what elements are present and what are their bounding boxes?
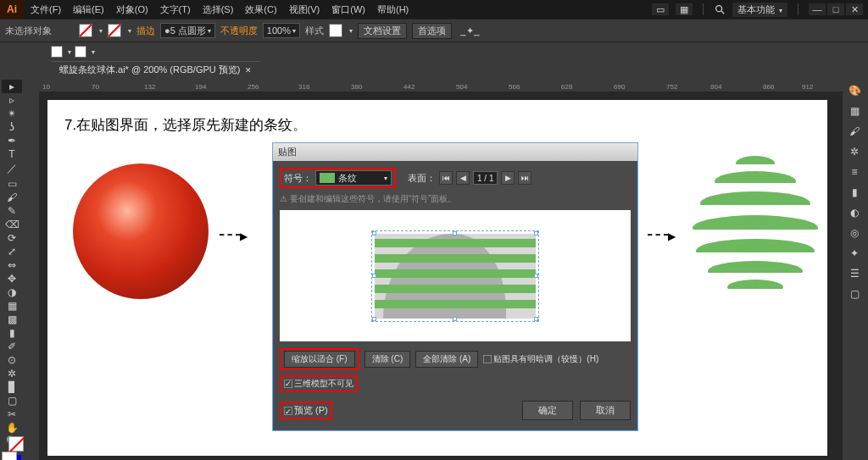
symbol-spray-tool-icon[interactable]: ✲ [2,367,22,380]
menu-object[interactable]: 对象(O) [116,3,148,16]
document-tab[interactable]: 螺旋条纹球体.ai* @ 200% (RGB/GPU 预览) ✕ [51,61,260,78]
symbol-selector-highlight: 符号： 条纹 ▾ [280,168,396,188]
minimize-icon[interactable]: — [809,3,826,15]
surface-page-field[interactable]: 1 / 1 [473,171,498,185]
perspective-tool-icon[interactable]: ▦ [2,299,22,313]
panel-symbols-icon[interactable]: ✲ [844,142,865,161]
panel-gradient-icon[interactable]: ▮ [844,183,865,202]
shade-checkbox[interactable]: 贴图具有明暗调（较慢）(H) [483,353,598,365]
graph-tool-icon[interactable]: ▊ [2,380,22,394]
menu-file[interactable]: 文件(F) [31,3,61,16]
stroke-label[interactable]: 描边 [136,25,155,37]
selection-tool-icon[interactable]: ▸ [2,80,22,93]
cancel-button[interactable]: 取消 [580,401,631,420]
canvas[interactable]: 7.在贴图界面，选择原先新建的条纹。 - - - - - - 贴图 [39,91,843,460]
artboard-tool-icon[interactable]: ▢ [2,394,22,407]
surface-last-icon[interactable]: ⏭ [518,171,531,185]
menu-type[interactable]: 文字(T) [160,3,191,16]
cb-fill-swatch[interactable] [51,46,63,58]
workspace-switcher[interactable]: 基本功能 ▾ [732,3,787,17]
menu-effect[interactable]: 效果(C) [245,3,276,16]
stroke-color-swatch[interactable] [8,436,24,452]
menu-select[interactable]: 选择(S) [203,3,234,16]
panel-layers-icon[interactable]: ☰ [844,264,865,283]
symbol-dropdown-icon[interactable]: ▾ [384,175,387,182]
shape-builder-tool-icon[interactable]: ◑ [2,285,22,299]
rectangle-tool-icon[interactable]: ▭ [2,177,22,191]
menu-edit[interactable]: 编辑(E) [73,3,104,16]
panel-color-icon[interactable]: 🎨 [844,81,865,100]
panel-stroke-icon[interactable]: ≡ [844,163,865,181]
eraser-tool-icon[interactable]: ⌫ [2,218,22,231]
menu-window[interactable]: 窗口(W) [331,3,365,16]
opacity-label[interactable]: 不透明度 [220,25,258,37]
symbol-label: 符号： [284,172,312,185]
panel-dock-right: 🎨 ▦ 🖌 ✲ ≡ ▮ ◐ ◎ ✦ ☰ ▢ [843,78,868,460]
cb-stroke-swatch[interactable] [75,46,86,58]
scale-tool-icon[interactable]: ⤢ [2,245,22,258]
clear-button[interactable]: 清除 (C) [364,351,411,368]
panel-graphic-styles-icon[interactable]: ✦ [844,244,865,263]
prefs-button[interactable]: 首选项 [412,23,452,39]
direct-select-tool-icon[interactable]: ▹ [2,93,22,107]
close-icon[interactable]: ✕ [846,3,863,15]
no-selection-label: 未选择对象 [5,25,52,37]
fill-dropdown-icon[interactable]: ▾ [99,27,103,35]
search-icon[interactable] [714,3,726,15]
pen-tool-icon[interactable]: ✒ [2,134,22,147]
slice-tool-icon[interactable]: ✂ [2,407,22,421]
free-transform-tool-icon[interactable]: ✥ [2,272,22,285]
line-tool-icon[interactable]: ／ [2,161,22,177]
red-sphere-art [73,163,209,299]
lasso-tool-icon[interactable]: ʖ [2,120,22,134]
mapped-art[interactable] [375,234,536,319]
menu-view[interactable]: 视图(V) [289,3,320,16]
pencil-tool-icon[interactable]: ✎ [2,204,22,218]
surface-label: 表面： [408,172,436,185]
tab-close-icon[interactable]: ✕ [245,66,252,75]
panel-appearance-icon[interactable]: ◎ [844,224,865,242]
maximize-icon[interactable]: □ [827,3,844,15]
fill-swatch[interactable] [79,24,92,37]
type-tool-icon[interactable]: T [2,147,22,161]
surface-first-icon[interactable]: ⏮ [439,171,453,185]
arrange-icon[interactable]: ▦ [676,3,693,15]
clear-all-button[interactable]: 全部清除 (A) [415,351,478,368]
map-preview[interactable] [280,210,631,341]
surface-prev-icon[interactable]: ◀ [456,171,470,185]
panel-brushes-icon[interactable]: 🖌 [844,122,865,141]
hand-tool-icon[interactable]: ✋ [2,421,22,435]
menu-help[interactable]: 帮助(H) [377,3,409,16]
layout-icon[interactable]: ▭ [652,3,669,15]
blend-tool-icon[interactable]: ⊙ [2,353,22,367]
document-tab-bar: 螺旋条纹球体.ai* @ 200% (RGB/GPU 预览) ✕ [0,61,868,78]
brush-tool-icon[interactable]: 🖌 [2,191,22,204]
panel-transparency-icon[interactable]: ◐ [844,203,865,222]
invisible-checkbox[interactable]: 三维模型不可见 [284,378,353,390]
arrow-1: - - - [219,223,248,245]
panel-swatches-icon[interactable]: ▦ [844,102,865,120]
magic-wand-tool-icon[interactable]: ✴ [2,107,22,120]
gradient-tool-icon[interactable]: ▮ [2,326,22,340]
doc-setup-button[interactable]: 文档设置 [358,23,407,39]
symbol-dropdown[interactable]: 条纹 ▾ [315,170,392,186]
align-icon[interactable]: ⎯✦⎯ [460,25,480,36]
mesh-tool-icon[interactable]: ▩ [2,313,22,326]
surface-next-icon[interactable]: ▶ [501,171,515,185]
stroke-dropdown-icon[interactable]: ▾ [128,27,131,35]
opacity-field[interactable]: 100% ▾ [263,23,300,38]
eyedropper-tool-icon[interactable]: ✐ [2,340,22,353]
instruction-text: 7.在贴图界面，选择原先新建的条纹。 [64,115,307,135]
stroke-weight-field[interactable]: ● 5 点圆形 ▾ [160,23,215,38]
fill-color-swatch[interactable] [2,452,17,460]
style-dropdown-icon[interactable]: ▾ [349,27,353,35]
ok-button[interactable]: 确定 [522,401,573,420]
style-label: 样式 [305,25,324,37]
preview-checkbox[interactable]: 预览 (P) [284,404,328,417]
stroke-swatch[interactable] [108,24,121,37]
rotate-tool-icon[interactable]: ⟳ [2,231,22,245]
panel-artboards-icon[interactable]: ▢ [844,285,865,303]
scale-fit-button[interactable]: 缩放以适合 (F) [284,351,355,368]
width-tool-icon[interactable]: ⇔ [2,258,22,272]
style-swatch[interactable] [329,24,342,37]
